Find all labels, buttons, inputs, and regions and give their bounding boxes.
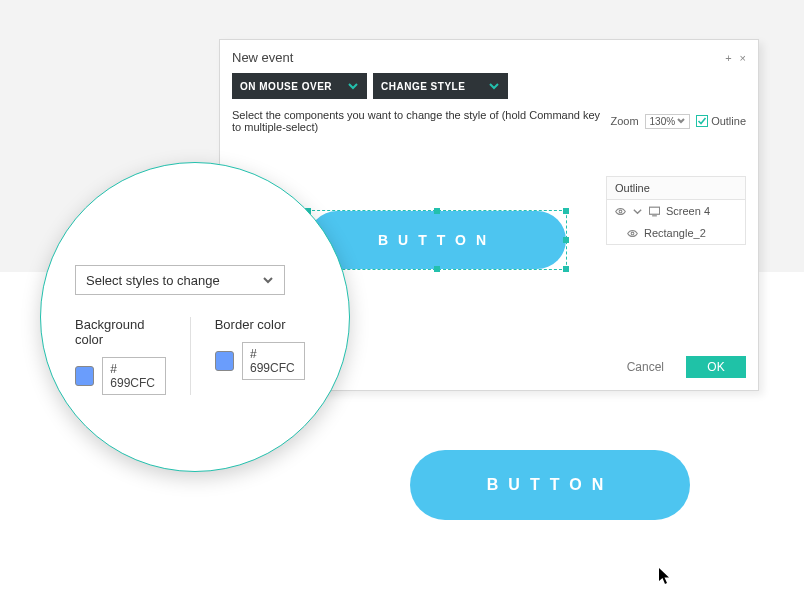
resize-handle[interactable] (563, 266, 569, 272)
styles-select-label: Select styles to change (86, 273, 220, 288)
checkbox-checked-icon (696, 115, 708, 127)
outline-row[interactable]: Screen 4 (607, 200, 745, 222)
outline-checkbox-label: Outline (711, 115, 746, 127)
dialog-title: New event (232, 50, 293, 65)
outline-panel-title: Outline (607, 177, 745, 200)
zoom-input[interactable]: 130% (645, 114, 691, 129)
preview-button[interactable]: BUTTON (410, 450, 690, 520)
zoom-label: Zoom (610, 115, 638, 127)
background-color-group: Background color # 699CFC (75, 317, 190, 395)
cursor-icon (658, 567, 672, 589)
border-color-group: Border color # 699CFC (190, 317, 330, 395)
screen-icon (649, 206, 660, 217)
svg-rect-0 (697, 116, 708, 127)
trigger-select-label: ON MOUSE OVER (240, 81, 332, 92)
styles-select[interactable]: Select styles to change (75, 265, 285, 295)
background-hex-input[interactable]: # 699CFC (102, 357, 165, 395)
eye-icon (615, 206, 626, 217)
border-hex-input[interactable]: # 699CFC (242, 342, 305, 380)
resize-handle[interactable] (434, 208, 440, 214)
selected-component[interactable]: BUTTON (307, 210, 567, 270)
chevron-down-icon (488, 80, 500, 92)
preview-button-label: BUTTON (487, 476, 613, 494)
chevron-down-icon (632, 206, 643, 217)
resize-handle[interactable] (563, 237, 569, 243)
outline-panel: Outline Screen 4 Rectangle_2 (606, 176, 746, 245)
resize-handle[interactable] (563, 208, 569, 214)
action-select-label: CHANGE STYLE (381, 81, 465, 92)
window-maximize-icon[interactable]: + (725, 52, 731, 64)
ok-button[interactable]: OK (686, 356, 746, 378)
svg-point-4 (631, 232, 634, 235)
component-button[interactable]: BUTTON (308, 211, 566, 269)
outline-row[interactable]: Rectangle_2 (607, 222, 745, 244)
zoom-value: 130% (650, 116, 676, 127)
cancel-button[interactable]: Cancel (621, 359, 670, 375)
outline-item-label: Screen 4 (666, 205, 710, 217)
chevron-down-icon (262, 274, 274, 286)
chevron-down-icon (347, 80, 359, 92)
color-swatch[interactable] (75, 366, 94, 386)
chevron-down-icon (677, 117, 685, 125)
magnifier-lens: Select styles to change Background color… (40, 162, 350, 472)
svg-point-1 (619, 210, 622, 213)
outline-item-label: Rectangle_2 (644, 227, 706, 239)
trigger-select[interactable]: ON MOUSE OVER (232, 73, 367, 99)
svg-rect-2 (649, 207, 659, 214)
resize-handle[interactable] (434, 266, 440, 272)
instruction-text: Select the components you want to change… (232, 109, 610, 133)
border-color-label: Border color (215, 317, 306, 332)
action-select[interactable]: CHANGE STYLE (373, 73, 508, 99)
window-close-icon[interactable]: × (740, 52, 746, 64)
outline-checkbox[interactable]: Outline (696, 115, 746, 127)
eye-icon (627, 228, 638, 239)
background-color-label: Background color (75, 317, 166, 347)
color-swatch[interactable] (215, 351, 234, 371)
component-button-label: BUTTON (378, 232, 496, 248)
